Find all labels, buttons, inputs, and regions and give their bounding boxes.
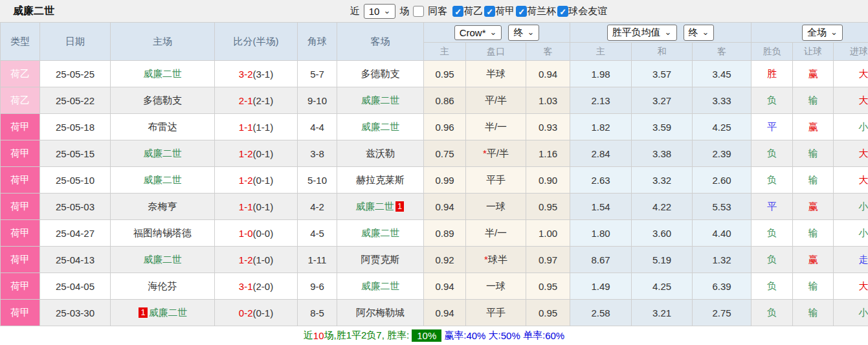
league-cell: 荷甲 bbox=[1, 167, 40, 194]
home-team-name: 福图纳锡塔德 bbox=[133, 227, 192, 238]
table-row: 荷甲25-05-10威廉二世1-2(0-1)5-10赫拉克莱斯0.99平手0.9… bbox=[1, 167, 868, 194]
handicap-cell: 平手 bbox=[466, 167, 526, 194]
handicap-result-cell: 输 bbox=[793, 87, 834, 114]
league-filter-checkbox[interactable]: ✓ bbox=[516, 6, 527, 17]
away-cell: 阿尔梅勒城 bbox=[337, 300, 424, 326]
bookmaker-odds-state-select[interactable]: 终 ⌄ bbox=[508, 25, 539, 41]
summary-text: 场,胜1平2负7, 胜率: bbox=[324, 329, 410, 342]
mean-lose-cell: 5.53 bbox=[693, 194, 751, 220]
corners-cell: 4-2 bbox=[298, 194, 337, 220]
period-select[interactable]: 全场 ⌄ bbox=[802, 25, 843, 41]
fulltime-score: 1-2 bbox=[239, 254, 253, 265]
date-cell: 25-03-30 bbox=[40, 300, 111, 326]
score-cell: 1-2(0-1) bbox=[215, 167, 298, 194]
score-cell: 0-2(0-1) bbox=[215, 300, 298, 326]
mean-win-cell: 8.67 bbox=[570, 247, 632, 273]
mean-lose-cell: 2.60 bbox=[693, 167, 751, 194]
date-cell: 25-05-15 bbox=[40, 140, 111, 167]
fulltime-score: 1-2 bbox=[239, 175, 253, 186]
table-row: 荷甲25-04-05海伦芬3-1(2-0)9-6威廉二世0.94一球0.951.… bbox=[1, 273, 868, 300]
away-team-name: 威廉二世 bbox=[355, 201, 394, 212]
handicap-cell: 一球 bbox=[466, 194, 526, 220]
goals-result-cell: 大 bbox=[834, 167, 868, 194]
red-card-badge: 1 bbox=[395, 201, 404, 212]
league-filter-label: 球会友谊 bbox=[568, 5, 607, 16]
sub-header-outcome: 胜负 bbox=[751, 43, 793, 61]
away-cell: 阿贾克斯 bbox=[337, 247, 424, 273]
sub-header-crow-home: 主 bbox=[424, 43, 466, 61]
mean-draw-cell: 4.25 bbox=[632, 273, 693, 300]
red-card-badge: 1 bbox=[139, 307, 147, 318]
home-team-name: 奈梅亨 bbox=[148, 201, 177, 212]
summary-text: 单率: bbox=[520, 329, 545, 342]
home-team-name: 多德勒支 bbox=[143, 95, 182, 106]
table-row: 荷甲25-04-27福图纳锡塔德1-0(0-0)4-5威廉二世0.89半/一1.… bbox=[1, 220, 868, 247]
away-cell: 威廉二世 bbox=[337, 273, 424, 300]
chevron-down-icon: ⌄ bbox=[702, 29, 709, 36]
col-header-corners: 角球 bbox=[298, 23, 337, 61]
handicap-value: 平/半 bbox=[487, 148, 509, 159]
summary-text: 近 bbox=[304, 329, 313, 342]
handicap-cell: 平手 bbox=[466, 300, 526, 326]
league-filter-label: 荷兰杯 bbox=[527, 5, 556, 16]
home-team-name: 威廉二世 bbox=[143, 68, 182, 79]
score-cell: 3-2(3-1) bbox=[215, 61, 298, 87]
home-team-name: 威廉二世 bbox=[143, 254, 182, 265]
handicap-result-cell: 赢 bbox=[793, 247, 834, 273]
table-row: 荷甲25-03-301威廉二世0-2(0-1)8-5阿尔梅勒城0.94平手0.9… bbox=[1, 300, 868, 326]
chevron-down-icon: ⌄ bbox=[527, 29, 534, 36]
col-header-score: 比分(半场) bbox=[215, 23, 298, 61]
mean-odds-state-select[interactable]: 终 ⌄ bbox=[684, 25, 715, 41]
summary-line: 近10场,胜1平2负7, 胜率:10%赢率:40% 大:50% 单率:60% bbox=[0, 326, 868, 344]
table-row: 荷甲25-05-18布雷达1-1(1-1)4-4威廉二世0.96半/一0.931… bbox=[1, 114, 868, 140]
league-cell: 荷乙 bbox=[1, 61, 40, 87]
bookmaker-select[interactable]: Crow* ⌄ bbox=[454, 25, 502, 40]
odds-home-cell: 0.94 bbox=[424, 273, 466, 300]
recent-count-select[interactable]: 10 ⌄ bbox=[364, 4, 396, 19]
outcome-cell: 平 bbox=[751, 194, 793, 220]
handicap-result-cell: 输 bbox=[793, 167, 834, 194]
goals-result-cell: 小 bbox=[834, 220, 868, 247]
score-cell: 2-1(2-1) bbox=[215, 87, 298, 114]
mean-draw-cell: 3.32 bbox=[632, 167, 693, 194]
mean-lose-cell: 2.39 bbox=[693, 140, 751, 167]
mean-win-cell: 2.84 bbox=[570, 140, 632, 167]
goals-result-cell: 大 bbox=[834, 140, 868, 167]
chevron-down-icon: ⌄ bbox=[830, 29, 838, 36]
away-team-name: 威廉二世 bbox=[361, 280, 400, 291]
halftime-score: (2-1) bbox=[253, 95, 274, 106]
halftime-score: (0-1) bbox=[253, 148, 274, 159]
mean-draw-cell: 3.21 bbox=[632, 300, 693, 326]
period-group-header: 全场 ⌄ bbox=[751, 23, 868, 43]
sub-header-mean-lose: 客 bbox=[693, 43, 751, 61]
page-title: 威廉二世 bbox=[13, 0, 54, 22]
league-filter-checkbox[interactable]: ✓ bbox=[484, 6, 495, 17]
handicap-value: 平手 bbox=[486, 307, 506, 318]
halftime-score: (2-0) bbox=[253, 281, 274, 292]
away-cell: 威廉二世 bbox=[337, 114, 424, 140]
corners-cell: 5-10 bbox=[298, 167, 337, 194]
same-away-checkbox[interactable] bbox=[413, 6, 424, 17]
mean-win-cell: 1.54 bbox=[570, 194, 632, 220]
home-cell: 威廉二世 bbox=[111, 247, 215, 273]
corners-cell: 8-5 bbox=[298, 300, 337, 326]
odds-home-cell: 0.96 bbox=[424, 114, 466, 140]
mean-win-cell: 1.82 bbox=[570, 114, 632, 140]
handicap-cell: 半/一 bbox=[466, 114, 526, 140]
outcome-cell: 负 bbox=[751, 247, 793, 273]
away-team-name: 威廉二世 bbox=[361, 227, 400, 238]
outcome-cell: 负 bbox=[751, 220, 793, 247]
handicap-cell: 平/半 bbox=[466, 87, 526, 114]
away-cell: 赫拉克莱斯 bbox=[337, 167, 424, 194]
halftime-score: (0-1) bbox=[253, 307, 274, 318]
away-team-name: 赫拉克莱斯 bbox=[356, 174, 405, 185]
goals-result-cell: 大 bbox=[834, 87, 868, 114]
fulltime-score: 1-0 bbox=[239, 228, 253, 239]
mean-win-cell: 1.49 bbox=[570, 273, 632, 300]
table-row: 荷甲25-05-03奈梅亨1-1(0-1)4-2威廉二世10.94一球0.951… bbox=[1, 194, 868, 220]
mean-odds-select[interactable]: 胜平负均值 ⌄ bbox=[607, 25, 677, 41]
league-filter-checkbox[interactable]: ✓ bbox=[557, 6, 568, 17]
date-cell: 25-05-25 bbox=[40, 61, 111, 87]
league-filter-checkbox[interactable]: ✓ bbox=[452, 6, 463, 17]
home-team-name: 威廉二世 bbox=[143, 148, 182, 159]
